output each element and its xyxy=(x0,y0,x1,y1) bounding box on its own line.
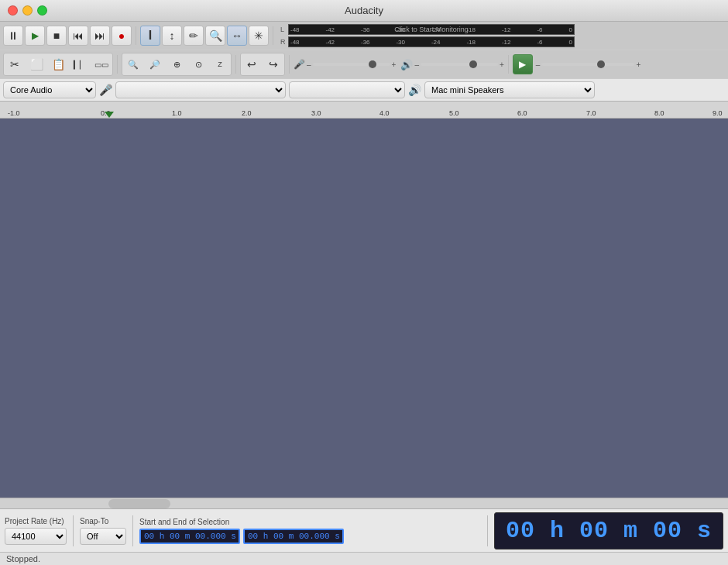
skip-start-button[interactable]: ⏮ xyxy=(68,26,88,46)
output-volume-slider[interactable] xyxy=(421,63,498,66)
speaker-icon: 🔊 xyxy=(408,84,421,96)
zoom-toggle-button[interactable]: Z xyxy=(210,54,230,74)
separator-5 xyxy=(289,55,290,74)
vu-input-meter[interactable]: Click to Start Monitoring -48-42-36-30-2… xyxy=(288,24,575,35)
ruler-mark-8: 8.0 xyxy=(654,109,664,117)
toolbar-separator-2 xyxy=(273,26,273,45)
project-rate-select[interactable]: 44100 xyxy=(5,528,67,545)
app-title: Audacity xyxy=(345,5,383,16)
window-controls xyxy=(8,5,47,16)
snap-to-select[interactable]: Off xyxy=(80,528,126,545)
out-vol-minus-label: – xyxy=(414,60,419,69)
speaker-vol-icon: 🔊 xyxy=(400,59,413,71)
ruler-mark-2: 2.0 xyxy=(242,109,252,117)
audio-host-select[interactable]: Core Audio xyxy=(3,81,96,98)
mic-vol-icon: 🎤 xyxy=(294,59,305,70)
trim-button[interactable]: ▎▏ xyxy=(70,54,90,74)
ruler-mark-4: 4.0 xyxy=(379,109,390,117)
toolbar-separator xyxy=(136,26,136,45)
zoom-tools-group: 🔍 🔎 ⊕ ⊙ Z xyxy=(122,53,232,76)
separator-3 xyxy=(117,55,118,74)
draw-tool-button[interactable]: ✏ xyxy=(184,26,204,46)
copy-button[interactable]: ⬜ xyxy=(26,54,46,74)
play-button[interactable]: ▶ xyxy=(25,26,45,46)
project-rate-section: Project Rate (Hz) 44100 xyxy=(5,517,67,545)
status-bar: Stopped. xyxy=(0,552,728,565)
vu-output-meter[interactable]: -48-42-36-30-24-18-12-60 xyxy=(288,36,575,47)
time-inputs xyxy=(139,529,344,544)
transport-toolbar: ⏸ ▶ ■ ⏮ ⏭ ● I ↕ ✏ 🔍 ↔ ✳ L Click to Start… xyxy=(0,22,728,50)
project-rate-label: Project Rate (Hz) xyxy=(5,517,67,525)
ruler-mark-3: 3.0 xyxy=(311,109,321,117)
timeline-ruler: -1.0 0.0 1.0 2.0 3.0 4.0 5.0 6.0 7.0 8.0… xyxy=(0,102,728,119)
envelope-tool-button[interactable]: ↕ xyxy=(162,26,182,46)
playback-speed-slider[interactable] xyxy=(541,63,634,66)
zoom-in-button[interactable]: 🔍 xyxy=(123,54,143,74)
bottom-separator-1 xyxy=(73,515,74,546)
horizontal-scrollbar[interactable] xyxy=(0,498,728,508)
ruler-mark-6: 6.0 xyxy=(517,109,527,117)
time-start-input[interactable] xyxy=(139,529,240,544)
green-play-button[interactable]: ▶ xyxy=(513,54,533,74)
input-channel-select[interactable] xyxy=(289,81,405,98)
close-button[interactable] xyxy=(8,5,18,16)
scrollbar-thumb[interactable] xyxy=(108,499,170,508)
silence-button[interactable]: ▭▭ xyxy=(91,54,112,74)
redo-button[interactable]: ↪ xyxy=(263,54,283,74)
fit-view-button[interactable]: ⊙ xyxy=(188,54,208,74)
time-end-input[interactable] xyxy=(243,529,344,544)
ruler-mark-5: 5.0 xyxy=(449,109,459,117)
undo-tools-group: ↩ ↪ xyxy=(240,53,285,76)
input-volume-slider[interactable] xyxy=(313,63,390,66)
selection-section: Start and End of Selection xyxy=(139,518,344,544)
undo-button[interactable]: ↩ xyxy=(242,54,262,74)
zoom-tool-button[interactable]: 🔍 xyxy=(205,26,225,46)
select-tool-button[interactable]: I xyxy=(140,26,160,46)
maximize-button[interactable] xyxy=(37,5,47,16)
cut-button[interactable]: ✂ xyxy=(5,54,25,74)
fit-selection-button[interactable]: ⊕ xyxy=(167,54,187,74)
vu-meters: L Click to Start Monitoring -48-42-36-30… xyxy=(280,24,575,47)
edit-toolbar: ✂ ⬜ 📋 ▎▏ ▭▭ 🔍 🔎 ⊕ ⊙ Z ↩ ↪ 🎤 – + 🔊 – + ▶ … xyxy=(0,50,728,79)
paste-button[interactable]: 📋 xyxy=(48,54,68,74)
separator-4 xyxy=(235,55,236,74)
track-area[interactable] xyxy=(0,119,728,498)
separator-6 xyxy=(508,55,509,74)
zoom-out-button[interactable]: 🔎 xyxy=(145,54,165,74)
playback-cursor xyxy=(105,112,114,118)
pause-button[interactable]: ⏸ xyxy=(3,26,23,46)
output-device-select[interactable]: Mac mini Speakers xyxy=(424,81,595,98)
input-device-select[interactable] xyxy=(115,81,286,98)
snap-to-section: Snap-To Off xyxy=(80,517,126,545)
ruler-mark-n1: -1.0 xyxy=(8,109,20,117)
record-button[interactable]: ● xyxy=(112,26,132,46)
ruler-mark-7: 7.0 xyxy=(586,109,596,117)
multi-tool-button[interactable]: ✳ xyxy=(249,26,269,46)
skip-end-button[interactable]: ⏭ xyxy=(90,26,110,46)
status-text: Stopped. xyxy=(6,554,40,563)
vu-scale-2: -48-42-36-30-24-18-12-60 xyxy=(290,39,572,46)
bottom-bar: Project Rate (Hz) 44100 Snap-To Off Star… xyxy=(0,508,728,552)
bottom-separator-2 xyxy=(132,515,133,546)
vu-click-text: Click to Start Monitoring xyxy=(289,26,574,33)
big-time-display: 00 h 00 m 00 s xyxy=(494,512,723,549)
minimize-button[interactable] xyxy=(22,5,33,16)
ruler-mark-9: 9.0 xyxy=(713,109,723,117)
timeshift-tool-button[interactable]: ↔ xyxy=(227,26,247,46)
out-vol-plus-label: + xyxy=(500,60,504,69)
snap-to-label: Snap-To xyxy=(80,517,126,525)
titlebar: Audacity xyxy=(0,0,728,22)
vu-left-label: L xyxy=(280,26,287,33)
vu-right-label: R xyxy=(280,38,287,46)
mic-icon: 🎤 xyxy=(99,84,112,96)
selection-label: Start and End of Selection xyxy=(139,518,344,526)
edit-tools-group: ✂ ⬜ 📋 ▎▏ ▭▭ xyxy=(3,53,113,76)
bottom-separator-3 xyxy=(487,515,488,546)
device-toolbar: Core Audio 🎤 🔊 Mac mini Speakers xyxy=(0,79,728,102)
ruler-mark-1: 1.0 xyxy=(172,109,182,117)
vol-minus-label: – xyxy=(307,60,311,69)
vol-plus-label: + xyxy=(392,60,397,69)
stop-button[interactable]: ■ xyxy=(46,26,67,46)
